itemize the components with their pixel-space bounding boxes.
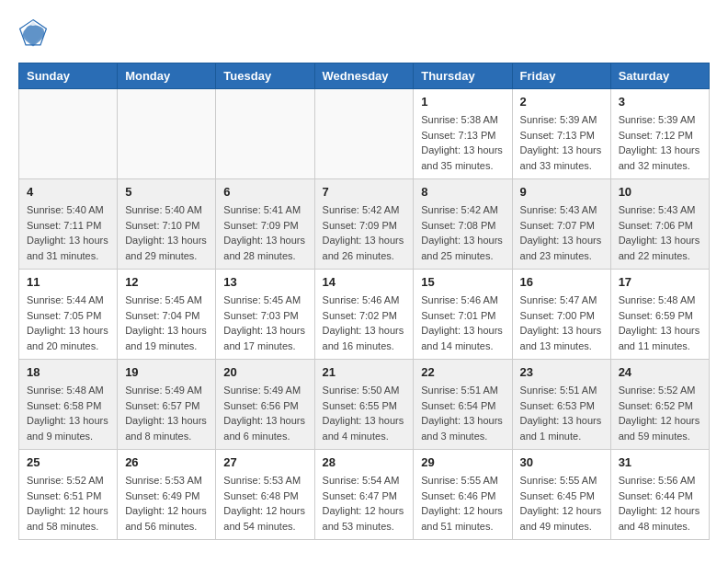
calendar-table: SundayMondayTuesdayWednesdayThursdayFrid… bbox=[18, 63, 710, 540]
calendar-cell: 19Sunrise: 5:49 AMSunset: 6:57 PMDayligh… bbox=[118, 360, 216, 450]
day-info: Sunrise: 5:39 AMSunset: 7:13 PMDaylight:… bbox=[520, 112, 603, 173]
day-number: 30 bbox=[520, 455, 603, 469]
calendar-header-row: SundayMondayTuesdayWednesdayThursdayFrid… bbox=[19, 63, 710, 89]
day-number: 12 bbox=[125, 275, 208, 289]
weekday-header-wednesday: Wednesday bbox=[314, 63, 414, 89]
calendar-cell: 7Sunrise: 5:42 AMSunset: 7:09 PMDaylight… bbox=[314, 179, 414, 270]
calendar-cell: 9Sunrise: 5:43 AMSunset: 7:07 PMDaylight… bbox=[512, 179, 610, 270]
calendar-cell bbox=[19, 89, 118, 179]
day-info: Sunrise: 5:47 AMSunset: 7:00 PMDaylight:… bbox=[520, 293, 603, 353]
calendar-cell: 14Sunrise: 5:46 AMSunset: 7:02 PMDayligh… bbox=[314, 270, 414, 360]
calendar-cell: 2Sunrise: 5:39 AMSunset: 7:13 PMDaylight… bbox=[512, 89, 610, 179]
calendar-cell: 21Sunrise: 5:50 AMSunset: 6:55 PMDayligh… bbox=[314, 360, 414, 450]
calendar-cell: 6Sunrise: 5:41 AMSunset: 7:09 PMDaylight… bbox=[216, 179, 314, 270]
day-number: 31 bbox=[619, 455, 701, 469]
day-info: Sunrise: 5:46 AMSunset: 7:02 PMDaylight:… bbox=[323, 293, 406, 353]
day-info: Sunrise: 5:45 AMSunset: 7:04 PMDaylight:… bbox=[125, 293, 208, 353]
day-info: Sunrise: 5:43 AMSunset: 7:07 PMDaylight:… bbox=[520, 202, 603, 263]
day-number: 24 bbox=[619, 365, 701, 379]
weekday-header-friday: Friday bbox=[512, 63, 610, 89]
day-number: 28 bbox=[323, 455, 406, 469]
day-number: 1 bbox=[421, 95, 504, 109]
logo-icon bbox=[18, 18, 48, 48]
day-number: 20 bbox=[223, 365, 306, 379]
day-number: 3 bbox=[619, 95, 701, 109]
weekday-header-monday: Monday bbox=[118, 63, 216, 89]
calendar-cell: 24Sunrise: 5:52 AMSunset: 6:52 PMDayligh… bbox=[610, 360, 709, 450]
day-number: 7 bbox=[323, 185, 406, 199]
calendar-week-4: 18Sunrise: 5:48 AMSunset: 6:58 PMDayligh… bbox=[19, 360, 710, 450]
logo bbox=[18, 18, 51, 48]
day-info: Sunrise: 5:38 AMSunset: 7:13 PMDaylight:… bbox=[421, 112, 504, 173]
day-number: 22 bbox=[421, 365, 504, 379]
day-number: 27 bbox=[223, 455, 306, 469]
calendar-cell: 28Sunrise: 5:54 AMSunset: 6:47 PMDayligh… bbox=[314, 450, 414, 540]
day-number: 6 bbox=[223, 185, 306, 199]
calendar-cell: 22Sunrise: 5:51 AMSunset: 6:54 PMDayligh… bbox=[414, 360, 512, 450]
calendar-cell: 27Sunrise: 5:53 AMSunset: 6:48 PMDayligh… bbox=[216, 450, 314, 540]
day-info: Sunrise: 5:50 AMSunset: 6:55 PMDaylight:… bbox=[323, 383, 406, 443]
day-number: 15 bbox=[421, 275, 504, 289]
day-info: Sunrise: 5:39 AMSunset: 7:12 PMDaylight:… bbox=[619, 112, 701, 173]
day-number: 19 bbox=[125, 365, 208, 379]
day-number: 2 bbox=[520, 95, 603, 109]
day-info: Sunrise: 5:40 AMSunset: 7:10 PMDaylight:… bbox=[125, 202, 208, 263]
day-number: 21 bbox=[323, 365, 406, 379]
day-info: Sunrise: 5:45 AMSunset: 7:03 PMDaylight:… bbox=[223, 293, 306, 353]
day-number: 29 bbox=[421, 455, 504, 469]
day-number: 10 bbox=[619, 185, 701, 199]
calendar-cell: 3Sunrise: 5:39 AMSunset: 7:12 PMDaylight… bbox=[610, 89, 709, 179]
weekday-header-saturday: Saturday bbox=[610, 63, 709, 89]
calendar-cell: 29Sunrise: 5:55 AMSunset: 6:46 PMDayligh… bbox=[414, 450, 512, 540]
day-number: 17 bbox=[619, 275, 701, 289]
day-info: Sunrise: 5:49 AMSunset: 6:56 PMDaylight:… bbox=[223, 383, 306, 443]
calendar-cell: 23Sunrise: 5:51 AMSunset: 6:53 PMDayligh… bbox=[512, 360, 610, 450]
day-info: Sunrise: 5:46 AMSunset: 7:01 PMDaylight:… bbox=[421, 293, 504, 353]
calendar-cell bbox=[314, 89, 414, 179]
calendar-cell: 4Sunrise: 5:40 AMSunset: 7:11 PMDaylight… bbox=[19, 179, 118, 270]
calendar-week-3: 11Sunrise: 5:44 AMSunset: 7:05 PMDayligh… bbox=[19, 270, 710, 360]
calendar-cell: 11Sunrise: 5:44 AMSunset: 7:05 PMDayligh… bbox=[19, 270, 118, 360]
day-number: 26 bbox=[125, 455, 208, 469]
day-number: 8 bbox=[421, 185, 504, 199]
day-info: Sunrise: 5:53 AMSunset: 6:49 PMDaylight:… bbox=[125, 473, 208, 534]
weekday-header-tuesday: Tuesday bbox=[216, 63, 314, 89]
calendar-cell: 10Sunrise: 5:43 AMSunset: 7:06 PMDayligh… bbox=[610, 179, 709, 270]
calendar-cell: 5Sunrise: 5:40 AMSunset: 7:10 PMDaylight… bbox=[118, 179, 216, 270]
day-info: Sunrise: 5:41 AMSunset: 7:09 PMDaylight:… bbox=[223, 202, 306, 263]
day-info: Sunrise: 5:49 AMSunset: 6:57 PMDaylight:… bbox=[125, 383, 208, 443]
calendar-cell: 20Sunrise: 5:49 AMSunset: 6:56 PMDayligh… bbox=[216, 360, 314, 450]
calendar-cell: 1Sunrise: 5:38 AMSunset: 7:13 PMDaylight… bbox=[414, 89, 512, 179]
day-info: Sunrise: 5:48 AMSunset: 6:58 PMDaylight:… bbox=[27, 383, 109, 443]
day-number: 9 bbox=[520, 185, 603, 199]
calendar-cell: 25Sunrise: 5:52 AMSunset: 6:51 PMDayligh… bbox=[19, 450, 118, 540]
calendar-week-1: 1Sunrise: 5:38 AMSunset: 7:13 PMDaylight… bbox=[19, 89, 710, 179]
day-info: Sunrise: 5:48 AMSunset: 6:59 PMDaylight:… bbox=[619, 293, 701, 353]
day-info: Sunrise: 5:52 AMSunset: 6:52 PMDaylight:… bbox=[619, 383, 701, 443]
day-info: Sunrise: 5:51 AMSunset: 6:54 PMDaylight:… bbox=[421, 383, 504, 443]
calendar-cell: 18Sunrise: 5:48 AMSunset: 6:58 PMDayligh… bbox=[19, 360, 118, 450]
calendar-cell bbox=[216, 89, 314, 179]
calendar-cell: 15Sunrise: 5:46 AMSunset: 7:01 PMDayligh… bbox=[414, 270, 512, 360]
calendar-cell: 17Sunrise: 5:48 AMSunset: 6:59 PMDayligh… bbox=[610, 270, 709, 360]
day-number: 11 bbox=[27, 275, 109, 289]
calendar-cell: 8Sunrise: 5:42 AMSunset: 7:08 PMDaylight… bbox=[414, 179, 512, 270]
calendar-week-5: 25Sunrise: 5:52 AMSunset: 6:51 PMDayligh… bbox=[19, 450, 710, 540]
day-info: Sunrise: 5:55 AMSunset: 6:46 PMDaylight:… bbox=[421, 473, 504, 534]
day-number: 5 bbox=[125, 185, 208, 199]
day-number: 25 bbox=[27, 455, 109, 469]
day-info: Sunrise: 5:42 AMSunset: 7:09 PMDaylight:… bbox=[323, 202, 406, 263]
calendar-week-2: 4Sunrise: 5:40 AMSunset: 7:11 PMDaylight… bbox=[19, 179, 710, 270]
day-number: 18 bbox=[27, 365, 109, 379]
weekday-header-thursday: Thursday bbox=[414, 63, 512, 89]
day-info: Sunrise: 5:54 AMSunset: 6:47 PMDaylight:… bbox=[323, 473, 406, 534]
day-number: 16 bbox=[520, 275, 603, 289]
weekday-header-sunday: Sunday bbox=[19, 63, 118, 89]
day-info: Sunrise: 5:56 AMSunset: 6:44 PMDaylight:… bbox=[619, 473, 701, 534]
calendar-cell: 13Sunrise: 5:45 AMSunset: 7:03 PMDayligh… bbox=[216, 270, 314, 360]
calendar-cell: 16Sunrise: 5:47 AMSunset: 7:00 PMDayligh… bbox=[512, 270, 610, 360]
calendar-cell bbox=[118, 89, 216, 179]
day-number: 14 bbox=[323, 275, 406, 289]
day-info: Sunrise: 5:44 AMSunset: 7:05 PMDaylight:… bbox=[27, 293, 109, 353]
calendar-cell: 31Sunrise: 5:56 AMSunset: 6:44 PMDayligh… bbox=[610, 450, 709, 540]
